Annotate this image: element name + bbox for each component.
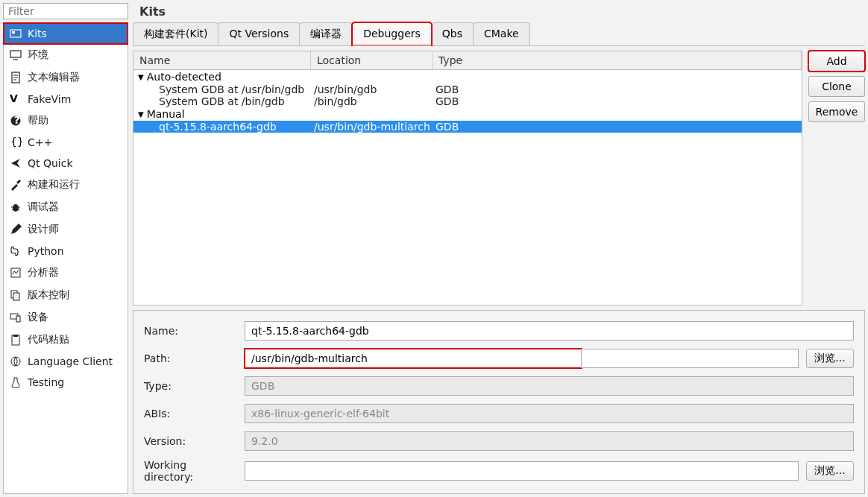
add-button[interactable]: Add	[808, 51, 865, 72]
sidebar-item-label: Kits	[28, 28, 47, 39]
sidebar-item-designer[interactable]: 设计师	[4, 218, 128, 241]
cell-location: /usr/bin/gdb	[311, 83, 433, 95]
svg-rect-24	[16, 316, 20, 322]
sidebar-item-label: 分析器	[28, 266, 59, 279]
cell-type: GDB	[433, 95, 802, 107]
sidebar-item-label: 构建和运行	[28, 178, 80, 191]
tab-compilers[interactable]: 编译器	[299, 22, 353, 45]
column-header-location[interactable]: Location	[311, 51, 433, 69]
sidebar-item-label: C++	[28, 136, 52, 148]
path-input[interactable]	[245, 349, 582, 368]
tab-qbs[interactable]: Qbs	[431, 22, 474, 45]
svg-rect-26	[13, 335, 18, 337]
page-title: Kits	[139, 4, 166, 19]
sidebar-item-debugger[interactable]: 调试器	[4, 196, 128, 218]
sidebar-item-text-editor[interactable]: 文本编辑器	[4, 66, 128, 89]
group-manual[interactable]: ▼ Manual	[133, 107, 802, 121]
flask-icon	[10, 376, 22, 388]
type-value	[245, 376, 854, 396]
sidebar-item-label: Qt Quick	[28, 157, 73, 169]
svg-text:{}: {}	[10, 136, 22, 148]
working-directory-input[interactable]	[245, 461, 799, 481]
abis-value	[245, 404, 854, 423]
devices-icon	[10, 311, 22, 323]
bug-icon	[10, 201, 22, 213]
sidebar-item-analyzer[interactable]: 分析器	[4, 262, 128, 284]
sidebar-item-build-run[interactable]: 构建和运行	[4, 174, 128, 196]
abis-label: ABIs:	[144, 408, 237, 420]
tabs: 构建套件(Kit) Qt Versions 编译器 Debuggers Qbs …	[133, 22, 865, 46]
clipboard-icon	[10, 334, 22, 346]
svg-line-18	[13, 271, 14, 274]
name-input[interactable]	[245, 321, 854, 341]
cell-type: GDB	[433, 83, 802, 95]
browse-wd-button[interactable]: 浏览...	[806, 461, 854, 481]
fakevim-icon: V	[10, 93, 22, 105]
cell-name: qt-5.15.8-aarch64-gdb	[156, 121, 311, 133]
vcs-icon	[10, 289, 22, 301]
svg-line-20	[16, 270, 19, 273]
browse-path-button[interactable]: 浏览...	[806, 349, 854, 368]
hammer-icon	[10, 179, 22, 191]
svg-text:?: ?	[14, 115, 20, 126]
kits-icon	[10, 28, 22, 39]
sidebar-item-vcs[interactable]: 版本控制	[4, 284, 128, 306]
column-header-name[interactable]: Name	[133, 51, 311, 69]
sidebar-item-label: 环境	[28, 48, 48, 62]
sidebar-item-label: Language Client	[28, 355, 113, 367]
sidebar-item-label: 设计师	[28, 223, 59, 236]
sidebar-item-qtquick[interactable]: Qt Quick	[4, 153, 128, 174]
svg-point-12	[13, 204, 19, 212]
sidebar-item-kits[interactable]: Kits	[4, 23, 128, 44]
group-auto-detected[interactable]: ▼ Auto-detected	[133, 70, 802, 83]
debugger-form: Name: Path: 浏览... Type: ABIs:	[133, 310, 865, 494]
sidebar-item-paste[interactable]: 代码粘贴	[4, 329, 128, 351]
help-icon: ?	[10, 115, 22, 127]
group-label: Manual	[147, 108, 185, 120]
filter-input[interactable]	[3, 3, 128, 19]
sidebar-item-label: 代码粘贴	[28, 333, 69, 346]
table-row[interactable]: System GDB at /bin/gdb /bin/gdb GDB	[133, 95, 802, 107]
tab-kit[interactable]: 构建套件(Kit)	[133, 22, 218, 45]
sidebar-item-environment[interactable]: 环境	[4, 44, 128, 66]
svg-point-27	[11, 357, 20, 366]
path-input-extra[interactable]	[581, 349, 799, 368]
path-label: Path:	[144, 352, 237, 364]
sidebar-item-label: 版本控制	[28, 288, 69, 302]
sidebar-item-devices[interactable]: 设备	[4, 306, 128, 329]
svg-text:V: V	[10, 93, 18, 104]
sidebar-item-label: FakeVim	[28, 93, 71, 105]
sidebar-item-label: 帮助	[28, 114, 48, 127]
clone-button[interactable]: Clone	[808, 76, 865, 97]
working-directory-label: Working directory:	[144, 459, 237, 483]
chevron-down-icon: ▼	[138, 73, 144, 81]
cell-name: System GDB at /bin/gdb	[156, 95, 311, 107]
debuggers-table: Name Location Type ▼ Auto-detected Syste…	[133, 51, 802, 306]
tab-debuggers[interactable]: Debuggers	[352, 22, 432, 45]
sidebar-item-label: 文本编辑器	[28, 71, 80, 84]
sidebar-item-label: Python	[28, 245, 64, 257]
sidebar-item-fakevim[interactable]: V FakeVim	[4, 89, 128, 110]
svg-rect-1	[12, 31, 15, 34]
language-icon	[10, 355, 22, 367]
cell-type: GDB	[433, 121, 802, 133]
table-row[interactable]: System GDB at /usr/bin/gdb /usr/bin/gdb …	[133, 83, 802, 95]
sidebar-item-cpp[interactable]: {} C++	[4, 132, 128, 153]
sidebar-item-testing[interactable]: Testing	[4, 372, 128, 393]
monitor-icon	[10, 49, 22, 61]
svg-line-16	[18, 209, 19, 210]
sidebar-item-label: Testing	[28, 376, 64, 388]
sidebar-item-python[interactable]: Python	[4, 241, 128, 262]
table-row[interactable]: qt-5.15.8-aarch64-gdb /usr/bin/gdb-multi…	[133, 121, 802, 133]
column-header-type[interactable]: Type	[433, 51, 802, 69]
cell-name: System GDB at /usr/bin/gdb	[156, 83, 311, 95]
tab-qt-versions[interactable]: Qt Versions	[218, 22, 300, 45]
document-icon	[10, 72, 22, 83]
sidebar-item-language-client[interactable]: Language Client	[4, 351, 128, 372]
sidebar-item-help[interactable]: ? 帮助	[4, 110, 128, 132]
remove-button[interactable]: Remove	[808, 101, 865, 122]
chevron-down-icon: ▼	[138, 110, 144, 118]
svg-rect-2	[10, 51, 21, 57]
tab-cmake[interactable]: CMake	[473, 22, 530, 45]
svg-line-15	[12, 209, 13, 210]
